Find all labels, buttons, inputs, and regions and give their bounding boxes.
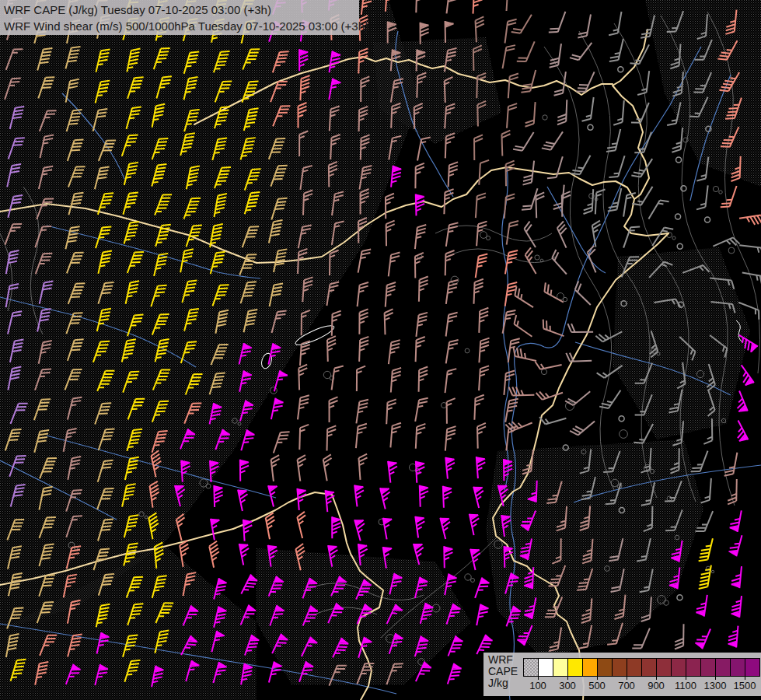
weather-map-stage: WRF CAPE (J/kg) Tuesday 07-10-2025 03:00… bbox=[0, 0, 761, 700]
cape-swatch-13 bbox=[716, 659, 731, 676]
contour-line bbox=[544, 47, 614, 490]
cape-swatch-10 bbox=[672, 659, 686, 676]
title-bar: WRF CAPE (J/kg) Tuesday 07-10-2025 03:00… bbox=[0, 0, 359, 35]
colorbar-tick-label: 700 bbox=[618, 680, 635, 691]
cape-swatch-11 bbox=[686, 659, 701, 676]
title-line-cape: WRF CAPE (J/kg) Tuesday 07-10-2025 03:00… bbox=[4, 2, 359, 18]
cape-legend-labels: WRF CAPE J/kg bbox=[488, 654, 518, 689]
cape-swatch-3 bbox=[568, 659, 583, 676]
colorbar-tick-label: 900 bbox=[648, 680, 665, 691]
cape-swatch-0 bbox=[524, 659, 539, 676]
colorbar-tick-label: 1100 bbox=[675, 680, 696, 691]
cape-swatch-4 bbox=[583, 659, 598, 676]
legend-label-cape: CAPE bbox=[488, 666, 518, 677]
legend-label-unit: J/kg bbox=[488, 677, 518, 689]
colorbar-tick-label: 300 bbox=[559, 680, 576, 691]
title-line-shear: WRF Wind shear (m/s) 500/1000hPa Tuesday… bbox=[4, 18, 359, 34]
cape-swatch-5 bbox=[598, 659, 613, 676]
map-canvas bbox=[0, 0, 761, 700]
cape-swatch-14 bbox=[731, 659, 745, 676]
contour-line bbox=[447, 249, 556, 263]
cape-swatch-9 bbox=[657, 659, 672, 676]
cape-swatch-6 bbox=[613, 659, 627, 676]
cape-hatch-region bbox=[645, 0, 761, 187]
cape-swatch-12 bbox=[701, 659, 716, 676]
cape-stipple-layer bbox=[0, 0, 761, 700]
cape-legend: WRF CAPE J/kg 10030050070090011001300150… bbox=[483, 653, 761, 696]
cape-hatch-region bbox=[613, 247, 750, 439]
cape-swatch-8 bbox=[642, 659, 657, 676]
legend-label-wrf: WRF bbox=[488, 654, 518, 666]
colorbar-tick-label: 500 bbox=[588, 680, 606, 691]
cape-swatch-1 bbox=[539, 659, 553, 676]
cape-swatch-7 bbox=[627, 659, 642, 676]
cape-hatch-region bbox=[486, 439, 703, 657]
cape-colorbar bbox=[523, 658, 760, 677]
colorbar-tick-label: 100 bbox=[529, 680, 546, 691]
colorbar-tick-label: 1500 bbox=[734, 680, 756, 691]
cape-swatch-15 bbox=[745, 659, 759, 676]
cape-swatch-2 bbox=[553, 659, 568, 676]
colorbar-tick-label: 1300 bbox=[704, 680, 727, 691]
